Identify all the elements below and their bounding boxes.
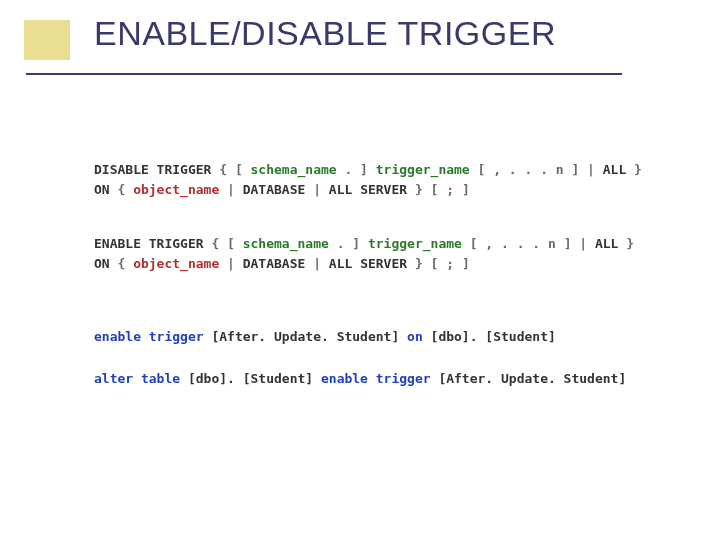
param-schema-name: schema_name: [251, 162, 337, 177]
kw-on: ON: [94, 256, 110, 271]
kw-on: on: [407, 329, 423, 344]
title-underline: [26, 73, 622, 75]
param-object-name: object_name: [133, 256, 219, 271]
punct: }: [618, 236, 634, 251]
param-trigger-name: trigger_name: [376, 162, 470, 177]
kw-enable-trigger: ENABLE TRIGGER: [94, 236, 204, 251]
syntax-disable: DISABLE TRIGGER { [ schema_name . ] trig…: [94, 160, 674, 200]
ident-table: [dbo]. [Student]: [423, 329, 556, 344]
punct: } [ ; ]: [407, 256, 470, 271]
punct: [: [462, 236, 485, 251]
example-enable-trigger: enable trigger [After. Update. Student] …: [94, 327, 674, 347]
punct: ] |: [564, 162, 603, 177]
punct: } [ ; ]: [407, 182, 470, 197]
param-object-name: object_name: [133, 182, 219, 197]
param-schema-name: schema_name: [243, 236, 329, 251]
kw-database: DATABASE: [243, 256, 306, 271]
param-trigger-name: trigger_name: [368, 236, 462, 251]
kw-on: ON: [94, 182, 110, 197]
punct: { [: [204, 236, 243, 251]
kw-all-server: ALL SERVER: [329, 182, 407, 197]
ident-trigger: [After. Update. Student]: [431, 371, 627, 386]
kw-all-server: ALL SERVER: [329, 256, 407, 271]
kw-disable-trigger: DISABLE TRIGGER: [94, 162, 211, 177]
ident-trigger: [After. Update. Student]: [204, 329, 408, 344]
punct: { [: [211, 162, 250, 177]
punct: }: [626, 162, 642, 177]
kw-database: DATABASE: [243, 182, 306, 197]
punct: . ]: [329, 236, 368, 251]
repeat-n: , . . . n: [485, 236, 555, 251]
punct: {: [110, 256, 133, 271]
kw-all: ALL: [603, 162, 626, 177]
slide-body: DISABLE TRIGGER { [ schema_name . ] trig…: [94, 160, 674, 423]
kw-enable-trigger: enable trigger: [321, 371, 431, 386]
punct: . ]: [337, 162, 376, 177]
slide: ENABLE/DISABLE TRIGGER DISABLE TRIGGER {…: [0, 0, 720, 540]
punct: ] |: [556, 236, 595, 251]
repeat-n: , . . . n: [493, 162, 563, 177]
punct: |: [219, 182, 242, 197]
punct: |: [219, 256, 242, 271]
spacer: [94, 309, 674, 327]
kw-alter-table: alter table: [94, 371, 180, 386]
punct: |: [305, 182, 328, 197]
punct: {: [110, 182, 133, 197]
example-alter-table: alter table [dbo]. [Student] enable trig…: [94, 369, 674, 389]
accent-square: [24, 20, 70, 60]
slide-title: ENABLE/DISABLE TRIGGER: [94, 14, 556, 53]
kw-enable-trigger: enable trigger: [94, 329, 204, 344]
syntax-enable: ENABLE TRIGGER { [ schema_name . ] trigg…: [94, 234, 674, 274]
punct: |: [305, 256, 328, 271]
punct: [: [470, 162, 493, 177]
kw-all: ALL: [595, 236, 618, 251]
ident-table: [dbo]. [Student]: [180, 371, 321, 386]
